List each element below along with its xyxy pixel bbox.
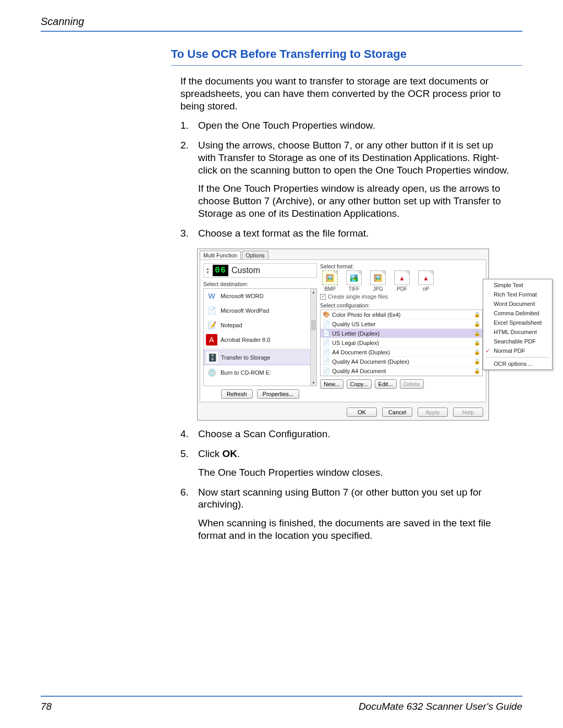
cfg-quality-a4[interactable]: 📄Quality A4 Document🔒 bbox=[321, 366, 482, 376]
tab-multi-function[interactable]: Multi Function bbox=[200, 251, 241, 260]
edit-button[interactable]: Edit... bbox=[375, 379, 397, 389]
lock-icon: 🔒 bbox=[474, 349, 480, 355]
step-text: Click OK. bbox=[198, 448, 383, 460]
ctx-csv[interactable]: Comma Delimited bbox=[483, 309, 552, 318]
cfg-label: Quality A4 Document (Duplex) bbox=[332, 359, 472, 365]
cfg-us-legal-duplex[interactable]: 📄US Legal (Duplex)🔒 bbox=[321, 338, 482, 348]
copy-button[interactable]: Copy... bbox=[347, 379, 372, 389]
ctx-word-doc[interactable]: Word Document bbox=[483, 299, 552, 309]
checkbox-icon[interactable]: ✓ bbox=[320, 294, 326, 300]
color-icon: 🎨 bbox=[323, 311, 330, 318]
cfg-quality-a4-duplex[interactable]: 📄Quality A4 Document (Duplex)🔒 bbox=[321, 357, 482, 366]
button-down-icon[interactable]: ▼ bbox=[206, 270, 210, 274]
bmp-icon: 🖼️ bbox=[322, 270, 338, 285]
cfg-quality-us[interactable]: 📄Quality US Letter🔒 bbox=[321, 319, 482, 329]
destination-list[interactable]: W Microsoft WORD 📄 Microsoft WordPad 📝 N… bbox=[203, 288, 317, 386]
step-text: Using the arrows, choose Button 7, or an… bbox=[198, 139, 512, 176]
format-label: BMP bbox=[324, 286, 336, 292]
cfg-us-letter-duplex[interactable]: 📄US Letter (Duplex)🔒 bbox=[321, 329, 482, 338]
format-label: JPG bbox=[373, 286, 383, 292]
tab-options[interactable]: Options bbox=[242, 251, 268, 260]
storage-icon: 🗄️ bbox=[206, 352, 218, 363]
wordpad-icon: 📄 bbox=[206, 305, 217, 316]
format-np[interactable]: ▲ nP bbox=[416, 270, 436, 292]
cfg-color-photo[interactable]: 🎨Color Photo for eMail (6x4)🔒 bbox=[321, 310, 482, 319]
dest-label: Microsoft WORD bbox=[221, 293, 264, 299]
delete-button[interactable]: Delete bbox=[400, 379, 424, 389]
new-button[interactable]: New... bbox=[320, 379, 344, 389]
step-subtext: If the One Touch Properties window is al… bbox=[198, 182, 512, 219]
help-button[interactable]: Help bbox=[453, 408, 483, 417]
properties-dialog: Multi Function Options ▲ ▼ 06 Custom Sel… bbox=[197, 249, 489, 421]
step-number: 2. bbox=[180, 139, 193, 220]
dest-notepad[interactable]: 📝 Notepad bbox=[204, 318, 316, 332]
lock-icon: 🔒 bbox=[474, 368, 480, 374]
scroll-up-icon[interactable]: ▲ bbox=[311, 289, 316, 295]
refresh-button[interactable]: Refresh bbox=[221, 389, 253, 399]
dest-wordpad[interactable]: 📄 Microsoft WordPad bbox=[204, 303, 316, 318]
dest-transfer-storage[interactable]: 🗄️ Transfer to Storage bbox=[204, 350, 316, 365]
ctx-excel[interactable]: Excel Spreadsheet bbox=[483, 318, 552, 327]
pdf-icon: ▲ bbox=[394, 270, 410, 285]
page-number: 78 bbox=[41, 701, 52, 712]
button-up-icon[interactable]: ▲ bbox=[206, 267, 210, 270]
checkbox-label: Create single image files bbox=[328, 293, 388, 300]
format-tiff[interactable]: 🏞️ TIFF bbox=[344, 270, 364, 292]
configuration-list[interactable]: 🎨Color Photo for eMail (6x4)🔒 📄Quality U… bbox=[320, 310, 483, 376]
ctx-separator bbox=[485, 357, 550, 357]
properties-button[interactable]: Properties... bbox=[257, 389, 299, 399]
ctx-html[interactable]: HTML Document bbox=[483, 327, 552, 337]
ctx-rtf[interactable]: Rich Text Format bbox=[483, 290, 552, 299]
step-number: 4. bbox=[180, 428, 193, 440]
page-icon: 📄 bbox=[323, 320, 330, 327]
scroll-down-icon[interactable]: ▼ bbox=[311, 379, 316, 386]
page-icon: 📄 bbox=[323, 330, 330, 337]
format-jpg[interactable]: 🖼️ JPG bbox=[368, 270, 388, 292]
ok-button[interactable]: OK bbox=[347, 408, 377, 417]
step-text: Choose a Scan Configuration. bbox=[198, 428, 331, 440]
header-rule bbox=[41, 31, 522, 32]
step-number: 5. bbox=[180, 448, 193, 479]
ctx-ocr-options[interactable]: OCR options ... bbox=[483, 359, 552, 368]
dest-label: Microsoft WordPad bbox=[221, 307, 269, 314]
lock-icon: 🔒 bbox=[474, 321, 480, 327]
word-icon: W bbox=[206, 290, 217, 302]
step-2: 2. Using the arrows, choose Button 7, or… bbox=[180, 139, 512, 220]
cfg-label: Quality A4 Document bbox=[332, 368, 472, 374]
check-icon: ✓ bbox=[485, 348, 490, 354]
page-icon: 📄 bbox=[323, 349, 330, 355]
format-bmp[interactable]: 🖼️ BMP bbox=[320, 270, 340, 292]
step-text: Choose a text format as the file format. bbox=[198, 227, 369, 240]
step-text: Open the One Touch Properties window. bbox=[198, 119, 375, 132]
format-row: 🖼️ BMP 🏞️ TIFF 🖼️ JPG ▲ PDF bbox=[320, 270, 483, 292]
ctx-normal-pdf[interactable]: ✓Normal PDF bbox=[483, 346, 552, 355]
jpg-icon: 🖼️ bbox=[370, 270, 386, 285]
dest-word[interactable]: W Microsoft WORD bbox=[204, 289, 316, 303]
step-6: 6. Now start scanning using Button 7 (or… bbox=[180, 486, 512, 542]
ctx-searchable-pdf[interactable]: Searchable PDF bbox=[483, 337, 552, 346]
page-title: To Use OCR Before Transferring to Storag… bbox=[171, 47, 522, 66]
select-format-label: Select format: bbox=[320, 263, 483, 269]
dest-separator bbox=[206, 348, 309, 349]
dest-label: Transfer to Storage bbox=[221, 354, 270, 361]
intro-paragraph: If the documents you want to transfer to… bbox=[180, 75, 512, 112]
step-5: 5. Click OK. The One Touch Properties wi… bbox=[180, 448, 512, 479]
dialog-buttons: OK Cancel Apply Help bbox=[198, 404, 488, 420]
format-pdf[interactable]: ▲ PDF bbox=[392, 270, 412, 292]
lock-icon: 🔒 bbox=[474, 330, 480, 336]
cfg-label: Quality US Letter bbox=[332, 321, 472, 327]
acrobat-icon: A bbox=[206, 334, 217, 346]
scrollbar[interactable]: ▲ ▼ bbox=[310, 289, 316, 386]
np-icon: ▲ bbox=[418, 270, 434, 285]
lock-icon: 🔒 bbox=[474, 359, 480, 364]
create-single-checkbox-row[interactable]: ✓ Create single image files bbox=[320, 293, 483, 300]
ctx-simple-text[interactable]: Simple Text bbox=[483, 280, 552, 290]
cancel-button[interactable]: Cancel bbox=[382, 408, 412, 417]
scroll-thumb[interactable] bbox=[311, 320, 316, 330]
dest-burn-cd[interactable]: 💿 Burn to CD-ROM E: bbox=[204, 365, 316, 380]
dest-acrobat[interactable]: A Acrobat Reader 8.0 bbox=[204, 332, 316, 347]
cfg-a4-duplex[interactable]: 📄A4 Document (Duplex)🔒 bbox=[321, 348, 482, 357]
button-selector: ▲ ▼ 06 Custom bbox=[203, 263, 317, 278]
select-destination-label: Select destination: bbox=[203, 281, 317, 287]
apply-button[interactable]: Apply bbox=[418, 408, 448, 417]
